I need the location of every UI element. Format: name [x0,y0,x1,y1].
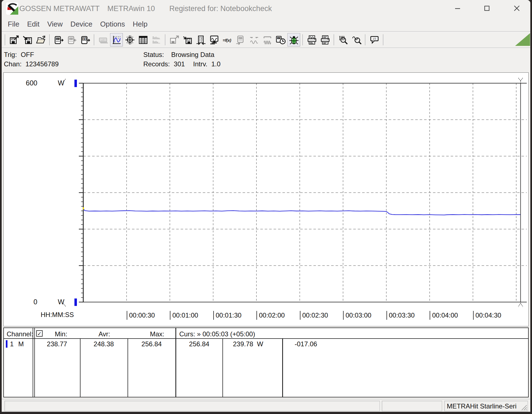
svg-text:321: 321 [56,37,59,40]
chan-value: 123456789 [25,60,59,68]
table-column-separator [222,338,223,397]
device-send-321-button[interactable]: 321 [52,33,65,46]
cell-cursor1-value: 256.84 [176,340,223,348]
cell-max-value: 256.84 [128,340,175,348]
x-axis-tick-label: 00:04:30 [473,311,501,320]
zoom-wave-button[interactable] [350,33,363,46]
x-axis-tick-label: 00:01:30 [213,311,242,320]
brand-title: GOSSEN METRAWATT [19,4,100,13]
x-axis-tick-label: 00:01:00 [170,311,198,320]
bug-icon [289,35,299,45]
statusbar-section-1 [4,401,380,411]
power-data-line [83,208,521,215]
close-icon [513,5,520,12]
svg-text:321: 321 [238,37,242,39]
app-status: Status: Browsing Data [143,51,214,59]
close-button[interactable] [508,2,526,15]
table-header-avr: Avr: [98,330,110,338]
axis-corner-marks [63,79,66,306]
records-status: Records: 301 Intrv. 1.0 [143,60,220,68]
toolbar-group-separator [49,34,50,45]
status-label: Status: [143,51,164,59]
device-321-icon: 321 [236,35,246,45]
svg-text:12: 12 [278,37,280,39]
menu-item-view[interactable]: View [43,19,67,30]
toolbar-separator-bottom [2,48,530,48]
view-table-button[interactable] [137,33,149,46]
column-config-icon [196,35,206,45]
toolbar-group-separator [383,34,384,45]
toolbar-group-separator [5,34,6,45]
menu-item-device[interactable]: Device [67,19,96,30]
column-config-button[interactable] [194,33,207,46]
monitor-scope-icon [209,35,219,45]
probe-wave-button[interactable] [248,33,260,46]
trig-value: OFF [21,51,34,59]
channel-visible-checkbox[interactable]: ✓ [36,330,43,337]
wave-burst-icon [262,35,273,45]
table-header-cursor: Curs: » 00:05:03 (+05:00) [179,330,255,338]
zoom-waves-icon [338,35,348,45]
trigger-status: Trig: OFF [4,51,34,59]
table-header-min: Min: [55,330,67,338]
interval-label: Intrv. [193,60,207,68]
minimize-button[interactable] [449,2,466,15]
view-chart-button[interactable] [110,33,123,46]
monitor-scope-button[interactable] [208,33,220,46]
app-logo-icon [6,2,18,15]
cell-cursor2-value: 239.78 W [233,340,263,348]
view-xy-button[interactable] [123,33,136,46]
display-1257-button[interactable]: 1257 [97,33,110,46]
table-column-separator [128,338,128,397]
cell-avr-value: 248.38 [80,340,127,348]
menu-item-edit[interactable]: Edit [23,19,43,30]
menu-item-file[interactable]: File [4,19,23,30]
menu-item-help[interactable]: Help [129,19,151,30]
view-histogram-icon [151,35,162,45]
maximize-icon [484,5,490,12]
print-chart-button[interactable] [305,33,318,46]
device-clock-button[interactable]: 12 [274,33,287,46]
menu-item-options[interactable]: Options [96,19,129,30]
view-table-icon [138,35,148,45]
view-xy-icon [125,35,135,45]
note-bubble-button[interactable]: 1/2 [368,33,381,46]
resize-grip[interactable] [520,403,527,411]
interval-value: 1.0 [211,60,220,68]
disk-copy-button[interactable] [168,33,181,46]
bug-button[interactable] [287,33,300,46]
disk-store-button[interactable] [181,33,194,46]
svg-text:321: 321 [69,37,73,40]
device-memory-button[interactable]: M [79,33,92,46]
device-receive-321-button[interactable]: 321 [66,33,78,46]
statusbar-section-2 [382,401,442,411]
view-histogram-button[interactable] [150,33,163,46]
x-axis-tick-label: 00:02:30 [300,311,328,320]
zoom-waves-button[interactable] [337,33,349,46]
device-send-321-icon: 321 [54,35,64,45]
app-title: METRAwin 10 [107,4,155,13]
wave-burst-button[interactable] [261,33,274,46]
save-import-button[interactable] [21,33,34,46]
title-bar[interactable]: GOSSEN METRAWATT METRAwin 10 Registered … [2,0,530,17]
print-list-button[interactable] [319,33,331,46]
note-bubble-icon: 1/2 [369,35,380,45]
open-folder-button[interactable] [34,33,47,46]
table-header-channel: Channel: [7,330,33,338]
save-export-icon [9,35,19,45]
svg-text:=f(x): =f(x) [223,38,231,42]
toolbar-group-separator [365,34,366,45]
cell-delta-value: -017.06 [295,340,317,348]
device-321-button[interactable]: 321 [234,33,247,46]
cell-cursor2-unit: W [257,340,263,348]
zoom-wave-icon [351,35,362,45]
app-window-frame: GOSSEN METRAWATT METRAwin 10 Registered … [0,0,532,414]
chart-plot[interactable] [4,73,528,326]
save-export-button[interactable] [8,33,20,46]
channel-row-color-bar [6,340,7,348]
metrawin-window: GOSSEN METRAWATT METRAwin 10 Registered … [2,0,530,412]
table-column-separator [282,338,283,397]
toolbar-group-separator [334,34,334,45]
function-fx-button[interactable]: =f(x) [221,33,234,46]
maximize-button[interactable] [478,2,496,15]
